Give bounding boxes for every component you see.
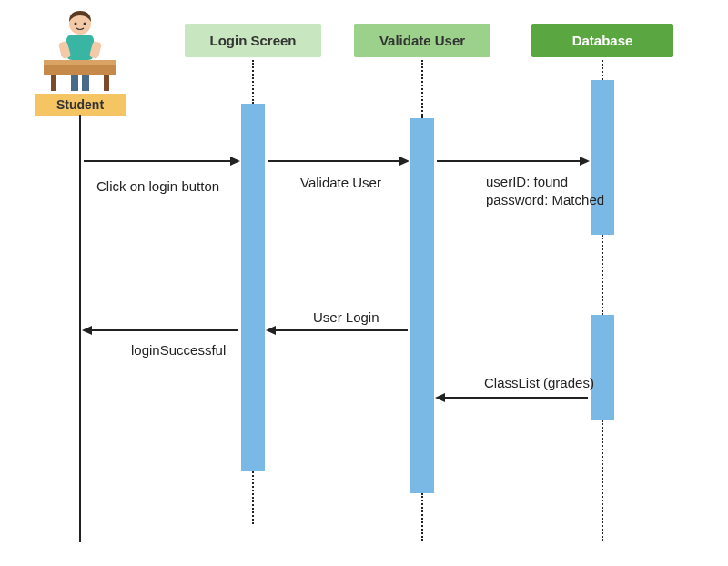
lifeline-db-3 [602, 420, 603, 541]
svg-rect-13 [82, 75, 89, 91]
arrow-user-login [268, 329, 408, 331]
svg-point-11 [84, 23, 86, 25]
arrow-validate-user [268, 160, 408, 162]
arrow-click-login [84, 160, 238, 162]
activation-validate [410, 118, 434, 493]
student-icon [35, 7, 126, 94]
arrow-classlist [437, 397, 588, 399]
activation-login [241, 104, 265, 471]
participant-login-screen: Login Screen [185, 24, 321, 57]
lifeline-validate-2 [421, 493, 423, 541]
label-login-successful: loginSuccessful [131, 342, 226, 358]
activation-db-2 [591, 315, 614, 420]
svg-point-10 [75, 23, 77, 25]
label-click-login: Click on login button [96, 178, 219, 194]
lifeline-db [602, 60, 603, 80]
activation-db-1 [591, 80, 614, 235]
participant-validate-user: Validate User [354, 24, 490, 57]
lifeline-validate [421, 60, 423, 118]
lifeline-login-2 [252, 471, 254, 524]
lifeline-login [252, 60, 254, 104]
svg-rect-12 [71, 75, 78, 91]
arrow-login-successful [84, 329, 238, 331]
label-userid-password: userID: found password: Matched [486, 173, 604, 210]
participant-database: Database [531, 24, 673, 57]
label-validate-user: Validate User [300, 175, 381, 190]
svg-rect-3 [44, 60, 116, 65]
label-user-login: User Login [313, 309, 379, 325]
sequence-diagram: Student Login Screen Validate User Datab… [0, 0, 728, 566]
svg-rect-6 [66, 35, 94, 60]
arrow-userid-password [437, 160, 588, 162]
actor-student [35, 7, 126, 94]
svg-rect-1 [104, 73, 109, 91]
actor-label: Student [35, 94, 126, 116]
svg-rect-0 [51, 73, 56, 91]
lifeline-student [79, 115, 81, 542]
label-classlist: ClassList (grades) [484, 375, 594, 390]
lifeline-db-2 [602, 235, 603, 315]
